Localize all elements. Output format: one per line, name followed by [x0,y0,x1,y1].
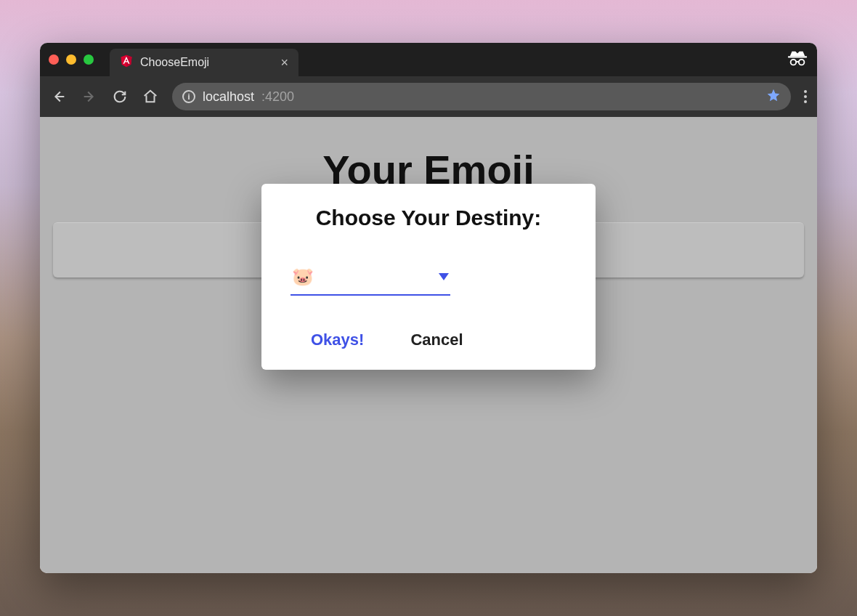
incognito-icon [787,49,808,70]
home-button[interactable] [142,88,159,105]
cancel-button[interactable]: Cancel [410,331,463,349]
dialog-title: Choose Your Destiny: [291,206,566,230]
bookmark-star-icon[interactable] [766,88,781,106]
forward-button[interactable] [81,88,98,105]
tab-strip: ChooseEmoji × [40,43,817,76]
site-info-icon[interactable]: i [182,90,195,103]
maximize-window-button[interactable] [84,54,94,65]
browser-window: ChooseEmoji × i localhost:4200 [40,43,817,573]
url-host: localhost [203,89,254,105]
svg-point-1 [791,60,797,65]
dialog-actions: Okays! Cancel [291,331,566,349]
close-tab-button[interactable]: × [280,56,288,69]
browser-toolbar: i localhost:4200 [40,76,817,117]
choose-emoji-dialog: Choose Your Destiny: 🐷 Okays! Cancel [261,184,596,370]
emoji-select-value: 🐷 [292,267,314,287]
page-content: Your Emoji Choose Your Destiny: 🐷 Okays!… [40,117,817,573]
chevron-down-icon [439,270,449,283]
back-button[interactable] [50,88,68,105]
url-port: :4200 [261,89,294,105]
svg-point-2 [799,60,805,65]
address-bar[interactable]: i localhost:4200 [172,83,791,110]
ok-button[interactable]: Okays! [311,331,364,349]
angular-icon [120,54,133,70]
close-window-button[interactable] [49,54,59,65]
browser-tab[interactable]: ChooseEmoji × [110,49,298,76]
svg-rect-0 [788,56,807,57]
browser-menu-button[interactable] [804,90,807,103]
tab-title: ChooseEmoji [140,56,209,69]
emoji-select[interactable]: 🐷 [291,262,450,296]
window-controls [49,54,94,65]
minimize-window-button[interactable] [66,54,76,65]
reload-button[interactable] [111,88,129,105]
